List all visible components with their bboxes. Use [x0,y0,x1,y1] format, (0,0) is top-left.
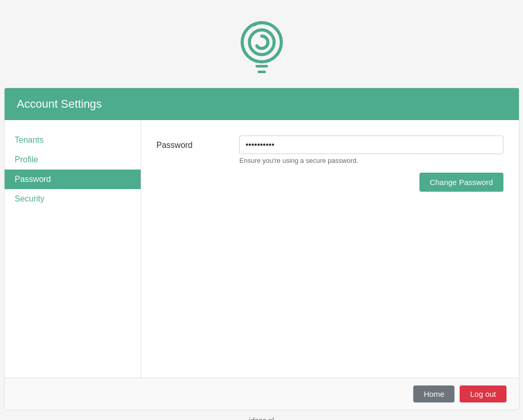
card-header: Account Settings [5,88,519,120]
page-footer: idaas.nl [0,410,523,420]
svg-rect-0 [256,65,268,68]
sidebar: Tenants Profile Password Security [5,120,141,378]
change-password-button[interactable]: Change Password [419,173,503,192]
page-title: Account Settings [17,97,507,111]
password-row: Password Ensure you're using a secure pa… [157,136,503,164]
card-body: Tenants Profile Password Security Passwo… [5,120,519,378]
password-input[interactable] [239,136,503,154]
content-area: Password Ensure you're using a secure pa… [141,120,519,378]
footer-text: idaas.nl [249,416,274,420]
svg-rect-1 [258,71,266,73]
sidebar-item-tenants[interactable]: Tenants [5,130,141,150]
action-row: Change Password [157,173,503,192]
card-footer: Home Log out [5,378,519,410]
sidebar-item-profile[interactable]: Profile [5,150,141,170]
home-button[interactable]: Home [413,385,454,402]
password-hint: Ensure you're using a secure password. [239,157,503,164]
app-logo [233,15,290,77]
sidebar-item-security[interactable]: Security [5,189,141,209]
logo-container [0,0,523,88]
password-label: Password [157,136,239,150]
logout-button[interactable]: Log out [460,385,506,402]
main-card: Account Settings Tenants Profile Passwor… [4,88,519,410]
sidebar-item-password[interactable]: Password [5,170,141,189]
password-field-wrap: Ensure you're using a secure password. [239,136,503,164]
